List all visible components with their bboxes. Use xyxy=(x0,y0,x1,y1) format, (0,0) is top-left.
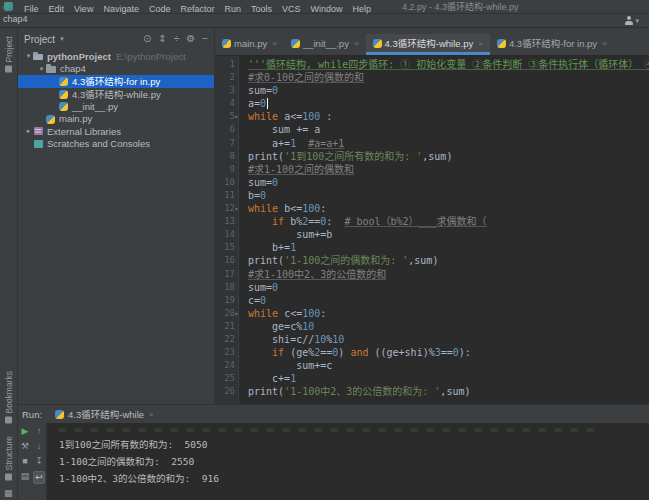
tree-item-python-project[interactable]: ▾pythonProjectE:\pythonProject xyxy=(18,50,214,63)
editor-tab-label: 4.3循环结构-while.py xyxy=(385,36,474,50)
editor-area: main.py×__init__.py×4.3循环结构-while.py×4.3… xyxy=(215,28,649,404)
line-number[interactable]: 10 xyxy=(215,176,235,189)
line-number[interactable]: 22 xyxy=(215,333,235,346)
fold-arrow-icon[interactable]: ▾ xyxy=(234,202,238,215)
line-number[interactable]: 4 xyxy=(215,97,235,110)
fold-arrow-icon[interactable]: ▾ xyxy=(234,110,238,123)
menu-tools[interactable]: Tools xyxy=(246,4,277,14)
breadcrumb-item-chap4[interactable]: chap4 xyxy=(0,14,102,24)
tree-item-for-in-py[interactable]: 4.3循环结构-for in.py xyxy=(18,75,214,88)
tree-item-chap4[interactable]: ▾chap4 xyxy=(18,63,214,76)
line-number[interactable]: 5▾ xyxy=(215,110,235,123)
tree-item-init-py[interactable]: __init__.py xyxy=(18,100,214,113)
code-line: c=0 xyxy=(248,294,649,307)
line-number[interactable]: 15 xyxy=(215,241,235,254)
menu-navigate[interactable]: Navigate xyxy=(98,4,144,14)
fold-arrow-icon[interactable]: ▾ xyxy=(234,307,238,320)
editor-tab-init-py[interactable]: __init__.py× xyxy=(284,34,366,55)
scroll-end-icon[interactable]: ↧ xyxy=(33,456,45,467)
tree-item-while-py[interactable]: 4.3循环结构-while.py xyxy=(18,88,214,101)
tool-window-button-structure[interactable]: Structure xyxy=(4,436,14,481)
line-number[interactable]: 26 xyxy=(215,385,235,398)
editor-gutter[interactable]: 12345▾6789101112▾1314151617181920▾212223… xyxy=(215,56,239,404)
line-number[interactable]: 9 xyxy=(215,163,235,176)
run-tab[interactable]: 4.3循环结构-while× xyxy=(50,405,159,423)
code-line: a=0 xyxy=(248,97,649,110)
line-number[interactable]: 20▾ xyxy=(215,307,235,320)
settings-icon[interactable]: ⚙ xyxy=(186,33,195,45)
project-panel-title[interactable]: Project xyxy=(24,34,55,45)
strip-bottom: BookmarksStructure xyxy=(0,365,18,486)
run-widget[interactable]: ▾ xyxy=(624,16,639,25)
code-line: while a<=100 : xyxy=(248,110,649,123)
menu-refactor[interactable]: Refactor xyxy=(175,4,219,14)
menu-code[interactable]: Code xyxy=(144,4,176,14)
folder-icon xyxy=(46,64,56,74)
line-number[interactable]: 3 xyxy=(215,84,235,97)
line-number[interactable]: 6 xyxy=(215,123,235,136)
pycharm-window: FileEditViewNavigateCodeRefactorRunTools… xyxy=(0,0,649,500)
locate-icon[interactable]: ⊙ xyxy=(143,33,151,45)
project-panel: Project ▾ ⊙⇕÷⚙− ▾pythonProjectE:\pythonP… xyxy=(18,28,215,404)
down-arrow-icon[interactable]: ↓ xyxy=(33,441,45,452)
py-icon xyxy=(46,115,55,124)
line-number[interactable]: 23 xyxy=(215,346,235,359)
close-icon[interactable]: × xyxy=(478,39,483,48)
breadcrumb-separator: › xyxy=(0,3,5,12)
user-icon[interactable] xyxy=(624,16,633,25)
rerun-icon[interactable]: ▶ xyxy=(19,426,31,437)
tree-item-external-libraries[interactable]: ▸External Libraries xyxy=(18,125,214,138)
line-number[interactable]: 25 xyxy=(215,372,235,385)
chevron-down-icon[interactable]: ▾ xyxy=(60,35,64,43)
line-number[interactable]: 13 xyxy=(215,215,235,228)
wrench-icon[interactable]: ⚒ xyxy=(19,441,31,452)
line-number[interactable]: 11 xyxy=(215,189,235,202)
editor-tab-while-py[interactable]: 4.3循环结构-while.py× xyxy=(366,34,490,55)
editor-tab-bar: main.py×__init__.py×4.3循环结构-while.py×4.3… xyxy=(215,28,649,56)
line-number[interactable]: 12▾ xyxy=(215,202,235,215)
chevron-icon[interactable]: ▾ xyxy=(37,65,46,73)
line-number[interactable]: 14 xyxy=(215,228,235,241)
close-icon[interactable]: × xyxy=(272,39,277,48)
menu-vcs[interactable]: VCS xyxy=(277,4,306,14)
editor-tab-main-py[interactable]: main.py× xyxy=(215,34,284,55)
code-line: ge=c%10 xyxy=(248,320,649,333)
line-number[interactable]: 16 xyxy=(215,254,235,267)
hide-icon[interactable]: − xyxy=(202,33,208,45)
close-icon[interactable]: × xyxy=(602,39,607,48)
expand-all-icon[interactable]: ⇕ xyxy=(158,33,166,45)
editor-tab-for-in-py[interactable]: 4.3循环结构-for in.py× xyxy=(490,34,614,55)
line-number[interactable]: 21 xyxy=(215,320,235,333)
code-editor[interactable]: '''循环结构, while四步循环: ① 初始化变量 ②条件判断 ③条件执行体… xyxy=(239,56,649,404)
tool-window-button-project[interactable]: Project xyxy=(4,36,14,72)
menu-run[interactable]: Run xyxy=(219,4,246,14)
line-number[interactable]: 19 xyxy=(215,294,235,307)
close-icon[interactable]: × xyxy=(149,410,154,419)
line-number[interactable]: 17 xyxy=(215,268,235,281)
console-line: 1到100之间所有数的和为: 5050 xyxy=(59,436,649,453)
tool-window-button-bookmarks[interactable]: Bookmarks xyxy=(4,371,14,424)
close-icon[interactable]: × xyxy=(354,39,359,48)
up-arrow-icon[interactable]: ↑ xyxy=(33,426,45,437)
chevron-icon[interactable]: ▾ xyxy=(24,52,33,60)
chevron-down-icon[interactable]: ▾ xyxy=(635,17,639,25)
line-number[interactable]: 7 xyxy=(215,137,235,150)
stop-icon[interactable]: ■ xyxy=(19,456,31,467)
py-icon xyxy=(59,77,68,86)
menu-help[interactable]: Help xyxy=(348,4,377,14)
window-switcher-icon[interactable]: ▦ xyxy=(4,489,13,498)
line-number[interactable]: 8 xyxy=(215,150,235,163)
menu-icon[interactable]: ▤ xyxy=(19,471,31,482)
collapse-all-icon[interactable]: ÷ xyxy=(174,33,180,45)
line-number[interactable]: 24 xyxy=(215,359,235,372)
console-output: 1到100之间所有数的和为: 50501-100之间的偶数和为: 25501-1… xyxy=(46,423,649,500)
project-panel-header: Project ▾ ⊙⇕÷⚙− xyxy=(18,28,214,50)
tree-item-scratches[interactable]: Scratches and Consoles xyxy=(18,138,214,151)
soft-wrap-icon[interactable]: ↩ xyxy=(33,471,45,484)
line-number[interactable]: 18 xyxy=(215,281,235,294)
line-number[interactable]: 1 xyxy=(215,58,235,71)
menu-window[interactable]: Window xyxy=(306,4,348,14)
chevron-icon[interactable]: ▸ xyxy=(24,127,33,135)
tree-item-main-py[interactable]: main.py xyxy=(18,113,214,126)
line-number[interactable]: 2 xyxy=(215,71,235,84)
